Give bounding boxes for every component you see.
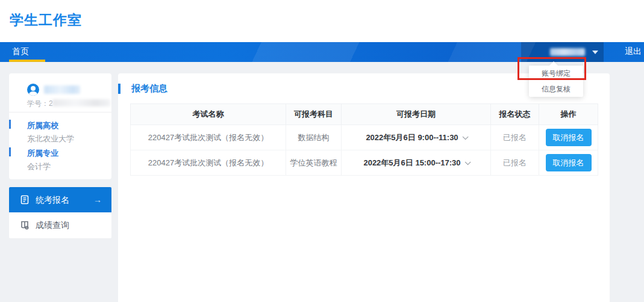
action-cell: 取消报名 bbox=[539, 125, 598, 150]
student-no-label: 学号：2 bbox=[27, 99, 53, 109]
profile-card: 学号：2 所属高校 东北农业大学 所属专业 会计学 bbox=[9, 73, 111, 179]
status-cell: 已报名 bbox=[491, 150, 539, 176]
field-accent-bar bbox=[9, 120, 11, 129]
registration-table: 考试名称 可报考科目 可报考日期 报名状态 操作 220427考试批次测试（报名… bbox=[130, 103, 598, 176]
student-no-redacted bbox=[52, 99, 110, 106]
sidebar-menu: 统考报名 → 成绩查询 bbox=[9, 187, 111, 238]
user-dropdown-menu: 账号绑定 信息复核 bbox=[529, 66, 583, 97]
menu-item-account-binding[interactable]: 账号绑定 bbox=[529, 66, 583, 81]
status-cell: 已报名 bbox=[491, 125, 539, 150]
chevron-down-icon bbox=[592, 51, 598, 54]
col-status: 报名状态 bbox=[491, 104, 539, 125]
subject-cell: 学位英语教程 bbox=[286, 150, 342, 176]
col-exam-name: 考试名称 bbox=[131, 104, 286, 125]
major-value: 会计学 bbox=[27, 161, 51, 172]
chevron-down-icon bbox=[464, 159, 470, 165]
sidebar-item-label: 统考报名 bbox=[36, 187, 69, 212]
col-action: 操作 bbox=[539, 104, 598, 125]
table-row: 220427考试批次测试（报名无效） 学位英语教程 2022年5月6日 15:0… bbox=[131, 150, 598, 176]
col-date: 可报考日期 bbox=[342, 104, 491, 125]
logout-button[interactable]: 退出 bbox=[625, 42, 642, 62]
divider bbox=[9, 112, 111, 112]
main-content: 报考信息 考试名称 可报考科目 可报考日期 报名状态 操作 220427考试批次… bbox=[118, 73, 610, 302]
cancel-registration-button[interactable]: 取消报名 bbox=[546, 129, 592, 146]
sidebar-item-exam-registration[interactable]: 统考报名 → bbox=[9, 187, 111, 212]
section-accent-bar bbox=[118, 84, 120, 94]
navbar: 首页 退出 bbox=[0, 42, 644, 62]
exam-name-cell: 220427考试批次测试（报名无效） bbox=[131, 125, 286, 150]
username-redacted bbox=[550, 48, 585, 56]
major-label: 所属专业 bbox=[27, 148, 58, 159]
exam-name-cell: 220427考试批次测试（报名无效） bbox=[131, 150, 286, 176]
university-value: 东北农业大学 bbox=[27, 134, 74, 144]
sidebar-item-label: 成绩查询 bbox=[36, 212, 69, 238]
page: 学生工作室 首页 退出 账号绑定 信息复核 学号：2 所属高校 东北农业大学 所… bbox=[0, 0, 644, 302]
section-title: 报考信息 bbox=[131, 83, 167, 94]
field-accent-bar bbox=[9, 147, 11, 156]
report-icon bbox=[20, 220, 30, 230]
document-icon bbox=[20, 195, 30, 205]
chevron-down-icon bbox=[462, 134, 468, 140]
action-cell: 取消报名 bbox=[539, 150, 598, 176]
avatar-icon bbox=[27, 84, 39, 96]
date-cell-expandable[interactable]: 2022年5月6日 15:00--17:30 bbox=[342, 150, 491, 176]
top-header: 学生工作室 bbox=[0, 0, 644, 42]
table-row: 220427考试批次测试（报名无效） 数据结构 2022年5月6日 9:00--… bbox=[131, 125, 598, 150]
menu-item-info-review[interactable]: 信息复核 bbox=[529, 81, 583, 97]
cancel-registration-button[interactable]: 取消报名 bbox=[546, 154, 592, 171]
subject-cell: 数据结构 bbox=[286, 125, 342, 150]
user-menu-trigger[interactable] bbox=[521, 42, 604, 62]
profile-name-redacted bbox=[44, 85, 80, 94]
page-title: 学生工作室 bbox=[10, 11, 82, 29]
sidebar-item-score-query[interactable]: 成绩查询 bbox=[9, 212, 111, 238]
date-cell-expandable[interactable]: 2022年5月6日 9:00--11:30 bbox=[342, 125, 491, 150]
date-text: 2022年5月6日 15:00--17:30 bbox=[363, 158, 460, 167]
col-subject: 可报考科目 bbox=[286, 104, 342, 125]
university-label: 所属高校 bbox=[27, 120, 58, 131]
date-text: 2022年5月6日 9:00--11:30 bbox=[366, 133, 458, 142]
active-tab-underline bbox=[9, 60, 45, 62]
table-header-row: 考试名称 可报考科目 可报考日期 报名状态 操作 bbox=[131, 104, 598, 125]
arrow-right-icon: → bbox=[93, 187, 102, 212]
